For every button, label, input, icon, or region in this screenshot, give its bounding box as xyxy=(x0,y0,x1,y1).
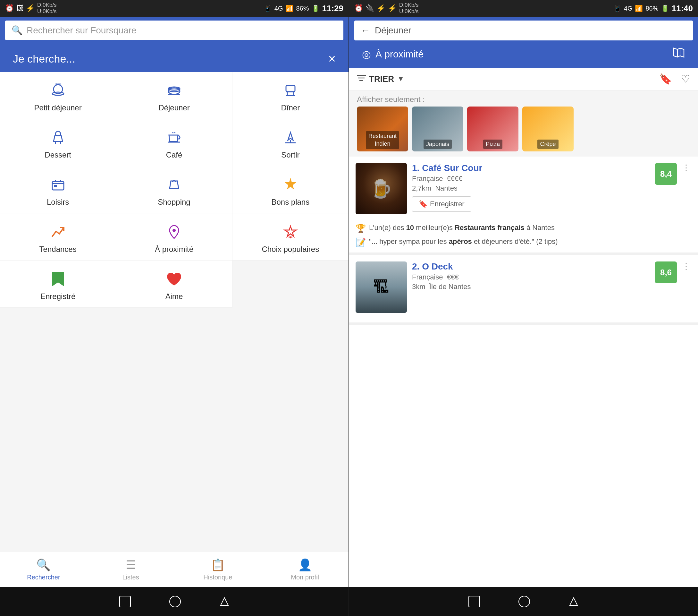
alarm-icon: ⏰ xyxy=(5,4,14,13)
result-cuisine-2: Française €€€ xyxy=(412,273,650,282)
left-android-nav xyxy=(0,587,349,616)
je-cherche-text: Je cherche... xyxy=(13,53,75,65)
sortir-icon xyxy=(281,129,299,147)
close-button[interactable]: × xyxy=(328,52,336,66)
bookmark-filter-icon[interactable]: 🔖 xyxy=(659,73,672,85)
right-android-nav xyxy=(349,587,698,616)
category-grid: Petit déjeuner Déjeuner Dîner Dessert xyxy=(0,72,349,308)
nav-rechercher-label: Rechercher xyxy=(27,574,60,581)
cat-label: Tendances xyxy=(39,245,76,254)
right-status-right: 📱 4G 📶 86% 🔋 11:40 xyxy=(613,3,693,13)
alarm-icon-r: ⏰ xyxy=(354,4,363,13)
search-bar-right[interactable]: ← Déjeuner xyxy=(354,20,693,40)
sim-icon-r: 📱 xyxy=(613,4,622,12)
svg-marker-30 xyxy=(570,598,577,605)
result-name-1: 1. Café Sur Cour xyxy=(412,163,650,173)
back-button-r[interactable] xyxy=(518,596,530,607)
recent-button[interactable] xyxy=(219,597,229,607)
result-score-1: 8,4 xyxy=(655,163,677,185)
sim-icon: 📱 xyxy=(264,4,272,12)
food-filter-pizza[interactable]: Pizza xyxy=(467,107,518,151)
recent-button-r[interactable] xyxy=(569,597,579,607)
cat-empty xyxy=(233,261,349,308)
time-left: 11:29 xyxy=(322,3,344,13)
right-panel: ⏰ 🔌 ⚡ ⚡ D:0Kb/s U:0Kb/s 📱 4G 📶 86% 🔋 11:… xyxy=(349,0,698,616)
cat-label: Shopping xyxy=(158,197,190,207)
heart-filter-icon[interactable]: ♡ xyxy=(681,73,690,85)
food-filter-crepe[interactable]: Crêpe xyxy=(522,107,574,151)
enregistre-icon xyxy=(49,270,67,288)
cat-petit-dejeuner[interactable]: Petit déjeuner xyxy=(0,72,116,119)
search-query: Déjeuner xyxy=(375,25,686,36)
network-type-r: 4G xyxy=(624,5,632,12)
results-list: 🍺 1. Café Sur Cour Française €€€€ 2,7km … xyxy=(349,156,698,587)
back-button[interactable] xyxy=(169,596,181,607)
cat-sortir[interactable]: Sortir xyxy=(233,119,349,166)
home-button-r[interactable] xyxy=(469,596,480,607)
aime-icon xyxy=(165,270,183,288)
cat-label: Enregistré xyxy=(40,292,75,301)
map-icon[interactable] xyxy=(672,46,685,62)
dessert-icon xyxy=(49,129,67,147)
usb-icon-r: 🔌 xyxy=(365,4,374,13)
flash-icon-r: ⚡ xyxy=(388,4,396,13)
cat-bons-plans[interactable]: Bons plans xyxy=(233,166,349,213)
home-button[interactable] xyxy=(119,596,131,607)
left-status-bar: ⏰ 🖼 ⚡ D:0Kb/s U:0Kb/s 📱 4G 📶 86% 🔋 11:29 xyxy=(0,0,349,17)
cat-label: Déjeuner xyxy=(158,103,190,112)
result-cuisine-1: Française €€€€ xyxy=(412,175,650,183)
cat-dejeuner[interactable]: Déjeuner xyxy=(116,72,232,119)
usb2-icon-r: ⚡ xyxy=(377,4,386,13)
nav-profil[interactable]: 👤 Mon profil xyxy=(261,558,349,581)
cat-dessert[interactable]: Dessert xyxy=(0,119,116,166)
cat-label: À proximité xyxy=(155,245,193,254)
food-filter-japonais[interactable]: Japonais xyxy=(412,107,463,151)
cat-choix-populaires[interactable]: Choix populaires xyxy=(233,213,349,261)
cat-label: Aime xyxy=(165,292,183,301)
cat-shopping[interactable]: Shopping xyxy=(116,166,232,213)
result-info-2: 2. O Deck Française €€€ 3km Île de Nante… xyxy=(412,261,650,313)
result-dist-1: 2,7km Nantes xyxy=(412,184,650,192)
svg-rect-18 xyxy=(52,182,64,190)
result-card-2[interactable]: 🏗 2. O Deck Française €€€ 3km Île de Nan… xyxy=(349,255,698,325)
battery-icon: 🔋 xyxy=(312,4,320,12)
nav-listes-label: Listes xyxy=(123,574,139,581)
quote-icon-1: 📝 xyxy=(355,237,366,247)
cat-label: Choix populaires xyxy=(262,245,319,254)
save-button-1[interactable]: 🔖 Enregistrer xyxy=(412,196,471,212)
svg-rect-19 xyxy=(54,185,57,187)
more-options-1[interactable]: ⋮ xyxy=(682,163,692,214)
tendances-icon xyxy=(49,223,67,241)
cat-label: Café xyxy=(166,150,182,160)
nav-listes[interactable]: ☰ Listes xyxy=(87,558,174,581)
food-filter-indien[interactable]: RestaurantIndien xyxy=(357,107,408,151)
battery-level: 86% xyxy=(296,5,309,12)
dejeuner-icon xyxy=(165,82,183,99)
right-search-header: ← Déjeuner ◎ À proximité xyxy=(349,17,698,68)
more-options-2[interactable]: ⋮ xyxy=(682,261,692,313)
image-icon: 🖼 xyxy=(16,4,24,13)
trophy-icon-1: 🏆 xyxy=(355,224,366,234)
back-arrow-icon[interactable]: ← xyxy=(361,25,370,36)
filter-label[interactable]: TRIER xyxy=(369,74,394,84)
left-status-right: 📱 4G 📶 86% 🔋 11:29 xyxy=(264,3,344,13)
cat-a-proximite[interactable]: À proximité xyxy=(116,213,232,261)
filter-bar: TRIER ▼ 🔖 ♡ xyxy=(349,68,698,91)
nav-rechercher[interactable]: 🔍 Rechercher xyxy=(0,558,87,581)
cat-label: Loisirs xyxy=(47,197,69,207)
cat-loisirs[interactable]: Loisirs xyxy=(0,166,116,213)
result-card-1[interactable]: 🍺 1. Café Sur Cour Française €€€€ 2,7km … xyxy=(349,156,698,255)
nav-historique[interactable]: 📋 Historique xyxy=(174,558,262,581)
cat-label: Bons plans xyxy=(271,197,309,207)
nav-historique-icon: 📋 xyxy=(211,558,225,572)
cat-label: Sortir xyxy=(281,150,299,160)
cat-diner[interactable]: Dîner xyxy=(233,72,349,119)
cat-enregistre[interactable]: Enregistré xyxy=(0,261,116,308)
svg-point-20 xyxy=(172,229,176,232)
left-search-header: 🔍 Rechercher sur Foursquare xyxy=(0,17,349,45)
search-bar-left[interactable]: 🔍 Rechercher sur Foursquare xyxy=(5,20,344,40)
cat-cafe[interactable]: Café xyxy=(116,119,232,166)
cat-tendances[interactable]: Tendances xyxy=(0,213,116,261)
proximity-bar: ◎ À proximité xyxy=(354,40,693,68)
cat-aime[interactable]: Aime xyxy=(116,261,232,308)
